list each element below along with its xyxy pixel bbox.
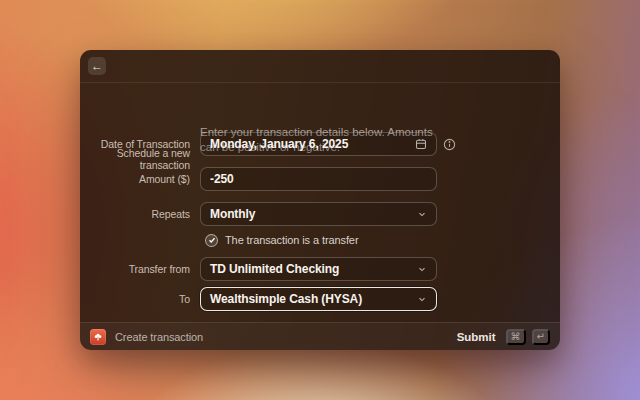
back-arrow-icon: ← — [91, 58, 103, 75]
date-value: Monday, January 6, 2025 — [210, 137, 348, 151]
amount-input[interactable] — [200, 167, 437, 191]
transfer-from-row: Transfer from TD Unlimited Checking — [80, 257, 560, 281]
back-button[interactable]: ← — [88, 57, 106, 75]
chevron-down-icon — [417, 264, 427, 274]
transfer-to-value: Wealthsimple Cash (HYSA) — [210, 292, 362, 306]
repeats-value: Monthly — [210, 207, 255, 221]
command-key-icon[interactable]: ⌘ — [506, 329, 526, 345]
dialog-header: ← — [80, 50, 560, 83]
transfer-to-row: To Wealthsimple Cash (HYSA) — [80, 287, 560, 311]
amount-label: Amount ($) — [88, 173, 190, 185]
dialog-footer: Create transaction Submit ⌘ ↵ — [80, 322, 560, 350]
date-row: Date of Transaction Monday, January 6, 2… — [80, 132, 560, 156]
footer-action-label: Create transaction — [115, 331, 203, 343]
return-key-icon[interactable]: ↵ — [532, 329, 550, 345]
transfer-from-value: TD Unlimited Checking — [210, 262, 339, 276]
transfer-checkbox[interactable] — [205, 234, 218, 247]
date-input[interactable]: Monday, January 6, 2025 — [200, 132, 437, 156]
chevron-down-icon — [417, 209, 427, 219]
amount-row: Amount ($) — [80, 167, 560, 191]
schedule-transaction-dialog: ← Schedule a new transaction Enter your … — [80, 50, 560, 350]
submit-label: Submit — [457, 331, 496, 343]
app-logo-icon — [90, 329, 106, 345]
transfer-checkbox-label: The transaction is a transfer — [225, 234, 358, 246]
repeats-label: Repeats — [88, 208, 190, 220]
repeats-select[interactable]: Monthly — [200, 202, 437, 226]
info-icon[interactable] — [443, 138, 456, 151]
date-label: Date of Transaction — [88, 138, 190, 150]
transfer-from-label: Transfer from — [88, 263, 190, 275]
transfer-from-select[interactable]: TD Unlimited Checking — [200, 257, 437, 281]
calendar-icon[interactable] — [415, 138, 427, 150]
transfer-to-label: To — [88, 293, 190, 305]
repeats-row: Repeats Monthly — [80, 202, 560, 226]
transfer-checkbox-row: The transaction is a transfer — [80, 233, 560, 247]
chevron-down-icon — [417, 294, 427, 304]
check-icon — [208, 236, 216, 244]
transfer-to-select[interactable]: Wealthsimple Cash (HYSA) — [200, 287, 437, 311]
